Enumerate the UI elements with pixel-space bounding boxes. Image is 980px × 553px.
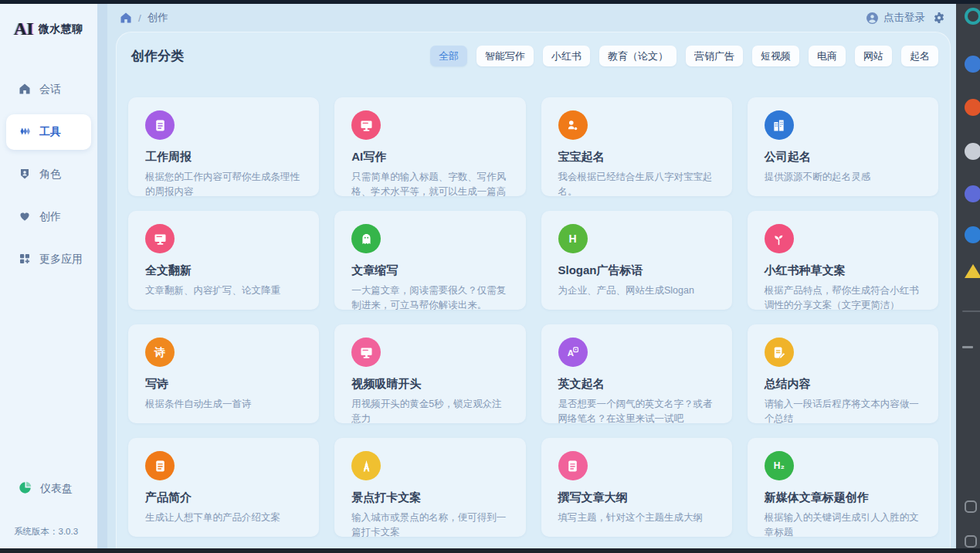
breadcrumb: / 创作 [120,11,168,25]
monitor-icon [351,338,381,367]
tool-card-title: 视频吸睛开头 [351,377,510,392]
tool-card-title: 撰写文章大纲 [558,490,717,505]
tool-card[interactable]: H₂ 新媒体文章标题创作 根据输入的关键词生成引人入胜的文章标题 [748,438,938,537]
tool-card[interactable]: 撰写文章大纲 填写主题，针对这个主题生成大纲 [541,438,732,537]
tool-card-title: Slogan广告标语 [558,263,717,278]
dock-tool-icon[interactable] [965,535,977,548]
sidebar-item-更多应用[interactable]: 更多应用 [6,242,91,277]
settings-gear-icon[interactable] [933,12,945,24]
sidebar-item-会话[interactable]: 会话 [6,72,91,107]
tool-card-description: 请输入一段话后程序将文本内容做一个总结 [765,397,923,423]
tool-card-title: 英文起名 [558,377,717,392]
letter-h2-icon: H₂ [765,451,794,480]
category-tab-电商[interactable]: 电商 [809,46,846,66]
dock-app-edge-icon[interactable] [965,226,980,243]
ghost-icon [351,224,381,253]
dock-divider [962,310,980,312]
poem-icon: 诗 [145,338,175,367]
tool-card[interactable]: AI写作 只需简单的输入标题、字数、写作风格、学术水平等，就可以生成一篇高质量的… [334,97,525,196]
topbar: / 创作 点击登录 [107,4,956,32]
tower-icon [351,451,381,480]
home-icon [19,83,31,97]
window-top-edge [0,0,980,4]
tool-card[interactable]: 产品简介 生成让人想下单的产品介绍文案 [128,438,319,537]
sidebar-item-角色[interactable]: 角色 [6,157,91,192]
breadcrumb-current: 创作 [148,11,168,25]
tool-card-title: 文章缩写 [351,263,510,278]
tool-card[interactable]: 诗 写诗 根据条件自动生成一首诗 [128,324,319,423]
tool-card-description: 生成让人想下单的产品介绍文案 [145,511,303,525]
tool-card-description: 输入城市或景点的名称，便可得到一篇打卡文案 [351,511,510,537]
tool-card[interactable]: 总结内容 请输入一段话后程序将文本内容做一个总结 [748,324,938,423]
category-tab-起名[interactable]: 起名 [901,46,938,66]
category-tab-营销广告[interactable]: 营销广告 [686,46,743,66]
dock-app-tri-icon[interactable] [965,264,980,278]
tool-card[interactable]: 公司起名 提供源源不断的起名灵感 [748,97,938,196]
sidebar-item-工具[interactable]: 工具 [6,114,91,150]
breadcrumb-separator: / [138,12,141,24]
app-title: 微水慧聊 [39,22,83,36]
role-badge-icon [19,168,31,182]
tool-card[interactable]: 全文翻新 文章翻新、内容扩写、论文降重 [128,211,319,310]
sidebar-item-dashboard[interactable]: 仪表盘 [6,472,93,506]
sidebar-item-创作[interactable]: 创作 [6,199,91,235]
page-title: 创作分类 [128,47,184,65]
tool-card[interactable]: 宝宝起名 我会根据已经结合生辰八字对宝宝起名。 [541,97,732,196]
document-icon [145,451,175,480]
tool-card-title: 新媒体文章标题创作 [765,490,923,505]
svg-text:A: A [568,348,574,358]
tool-card-description: 文章翻新、内容扩写、论文降重 [145,283,303,298]
dock-settings-icon[interactable] [965,500,977,513]
logo-ai-mark: AI [14,19,34,39]
tool-card[interactable]: 小红书种草文案 根据产品特点，帮你生成符合小红书调性的分享文案（文字更简洁） [748,211,938,310]
document-icon [558,451,588,480]
content-panel: 创作分类 全部智能写作小红书教育（论文）营销广告短视频电商网站起名 工作周报 根… [116,32,951,553]
tool-card[interactable]: 文章缩写 一大篇文章，阅读需要很久？仅需复制进来，可立马帮你解读出来。 [334,211,525,310]
right-app-dock [956,0,980,553]
dock-app-orange-icon[interactable] [965,99,980,116]
category-tab-小红书[interactable]: 小红书 [543,46,590,66]
tool-card[interactable]: A 英文起名 是否想要一个阔气的英文名字？或者网络笔名？在这里来试一试吧 [541,324,732,423]
dock-app-gray-icon[interactable] [965,143,980,160]
dock-app-blue-icon[interactable] [965,56,980,73]
tool-card-description: 是否想要一个阔气的英文名字？或者网络笔名？在这里来试一试吧 [558,397,717,423]
tool-card-description: 一大篇文章，阅读需要很久？仅需复制进来，可立马帮你解读出来。 [351,283,510,310]
translate-icon: A [558,338,588,367]
letter-h-icon: H [558,224,588,253]
category-tab-教育（论文）[interactable]: 教育（论文） [599,46,677,66]
sprout-icon [765,224,794,253]
sidebar-scrollbar[interactable] [97,4,107,548]
tool-card-title: 写诗 [145,377,303,392]
main-area: / 创作 点击登录 创作分类 全部智能写作小红书教育（论文）营销广告短视频电商网… [107,4,956,548]
tool-card-description: 根据条件自动生成一首诗 [145,397,303,412]
category-tab-全部[interactable]: 全部 [430,46,467,66]
tool-card-grid: 工作周报 根据您的工作内容可帮你生成条理性的周报内容 AI写作 只需简单的输入标… [128,97,938,537]
category-tab-短视频[interactable]: 短视频 [752,46,799,66]
login-button[interactable]: 点击登录 [866,11,925,25]
tool-card-title: AI写作 [351,150,510,165]
tool-card-description: 只需简单的输入标题、字数、写作风格、学术水平等，就可以生成一篇高质量的… [351,170,510,196]
tool-card[interactable]: 工作周报 根据您的工作内容可帮你生成条理性的周报内容 [128,97,319,196]
tool-card[interactable]: 视频吸睛开头 用视频开头的黄金5秒，锁定观众注意力 [334,324,525,423]
heart-icon [19,210,31,225]
tool-card[interactable]: H Slogan广告标语 为企业、产品、网站生成Slogan [541,211,732,310]
tool-card-title: 总结内容 [765,377,923,392]
home-icon[interactable] [120,12,132,24]
tool-card-description: 我会根据已经结合生辰八字对宝宝起名。 [558,170,717,196]
tool-card-title: 景点打卡文案 [351,490,510,505]
tool-card-title: 小红书种草文案 [765,263,923,278]
category-tab-智能写作[interactable]: 智能写作 [476,46,534,66]
document-icon [145,110,175,140]
building-icon [765,110,794,140]
tool-card[interactable]: 景点打卡文案 输入城市或景点的名称，便可得到一篇打卡文案 [334,438,525,537]
category-tab-网站[interactable]: 网站 [855,46,892,66]
layers-icon [19,125,31,140]
monitor-icon [351,110,381,140]
baby-icon [558,110,588,140]
tool-card-title: 全文翻新 [145,263,303,278]
login-label: 点击登录 [883,11,925,25]
doc-pen-icon [765,338,794,367]
tool-card-title: 公司起名 [765,150,923,165]
dock-app-teal-icon[interactable] [965,8,980,25]
dock-app-indigo-icon[interactable] [965,185,980,202]
